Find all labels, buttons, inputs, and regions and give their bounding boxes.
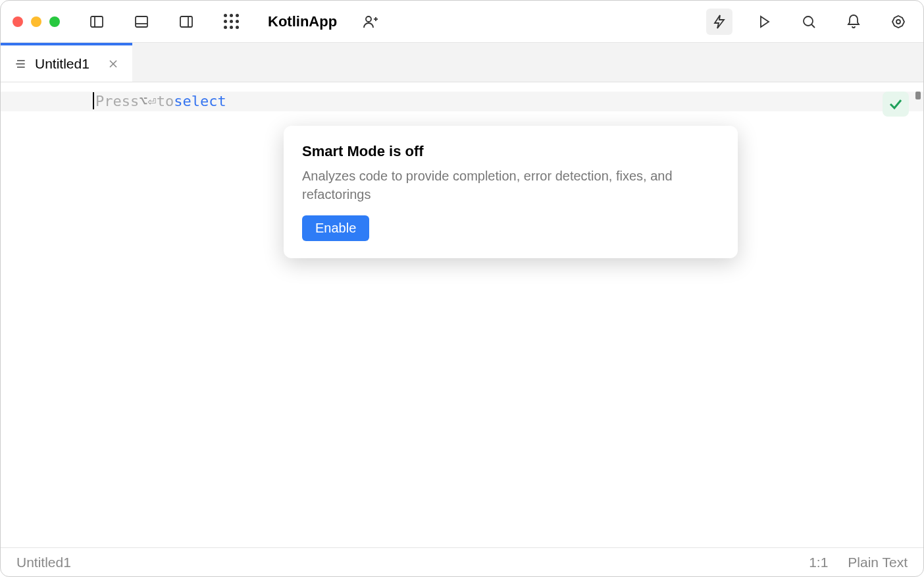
gutter-line-highlight (1, 92, 93, 111)
code-line[interactable]: Press ⌥⏎ to select (93, 92, 923, 111)
gear-icon (890, 14, 906, 30)
user-plus-icon (362, 14, 378, 30)
settings-button[interactable] (885, 9, 911, 35)
popup-title: Smart Mode is off (302, 143, 719, 160)
notifications-button[interactable] (840, 9, 867, 35)
svg-rect-0 (91, 16, 103, 27)
svg-point-12 (896, 20, 900, 24)
hint-shortcut: ⌥⏎ (139, 92, 157, 111)
smart-mode-button[interactable] (706, 9, 732, 35)
panel-right-icon (178, 14, 194, 30)
status-filetype[interactable]: Plain Text (848, 555, 908, 570)
popup-description: Analyzes code to provide completion, err… (302, 167, 719, 204)
left-panel-toggles (84, 9, 244, 35)
check-icon (888, 96, 904, 112)
add-collaborator-button[interactable] (357, 9, 383, 35)
grid-icon (224, 14, 239, 29)
svg-rect-4 (180, 16, 192, 27)
left-panel-toggle[interactable] (84, 9, 110, 35)
search-button[interactable] (796, 9, 822, 35)
hint-press: Press (95, 92, 139, 111)
right-panel-toggle[interactable] (173, 9, 199, 35)
minimize-window-button[interactable] (31, 16, 41, 27)
hint-action: select (174, 92, 226, 111)
status-position[interactable]: 1:1 (809, 555, 828, 570)
svg-line-10 (811, 24, 815, 28)
editor-tab[interactable]: Untitled1 (1, 43, 132, 82)
close-window-button[interactable] (13, 16, 23, 27)
lightning-icon (711, 14, 727, 30)
smart-mode-popup: Smart Mode is off Analyzes code to provi… (284, 126, 738, 258)
status-file[interactable]: Untitled1 (16, 555, 71, 570)
close-icon (109, 59, 118, 69)
panel-left-icon (89, 14, 105, 30)
play-icon (756, 14, 772, 30)
editor-area[interactable]: 1 Press ⌥⏎ to select Smart Mode is off A… (1, 82, 923, 547)
enable-button[interactable]: Enable (302, 215, 369, 241)
right-toolbar (706, 9, 911, 35)
window-controls (13, 16, 60, 27)
titlebar: KotlinApp (1, 1, 923, 43)
svg-point-9 (804, 16, 813, 26)
text-caret (93, 92, 94, 109)
status-bar: Untitled1 1:1 Plain Text (1, 547, 923, 576)
list-icon (14, 57, 27, 70)
bottom-panel-toggle[interactable] (128, 9, 155, 35)
svg-rect-2 (136, 16, 147, 27)
line-gutter: 1 (1, 82, 93, 547)
run-button[interactable] (751, 9, 777, 35)
svg-point-6 (366, 16, 371, 22)
app-window: KotlinApp Unti (0, 0, 924, 577)
apps-grid-button[interactable] (218, 9, 244, 35)
search-icon (801, 14, 817, 30)
tab-close-button[interactable] (107, 58, 119, 70)
maximize-window-button[interactable] (49, 16, 60, 27)
editor-tabbar: Untitled1 (1, 43, 923, 82)
inspection-badge[interactable] (883, 92, 909, 117)
bell-icon (846, 14, 861, 30)
hint-to: to (157, 92, 174, 111)
svg-marker-11 (892, 16, 904, 28)
tab-title: Untitled1 (35, 56, 90, 72)
panel-bottom-icon (134, 14, 149, 30)
project-name[interactable]: KotlinApp (268, 13, 337, 30)
